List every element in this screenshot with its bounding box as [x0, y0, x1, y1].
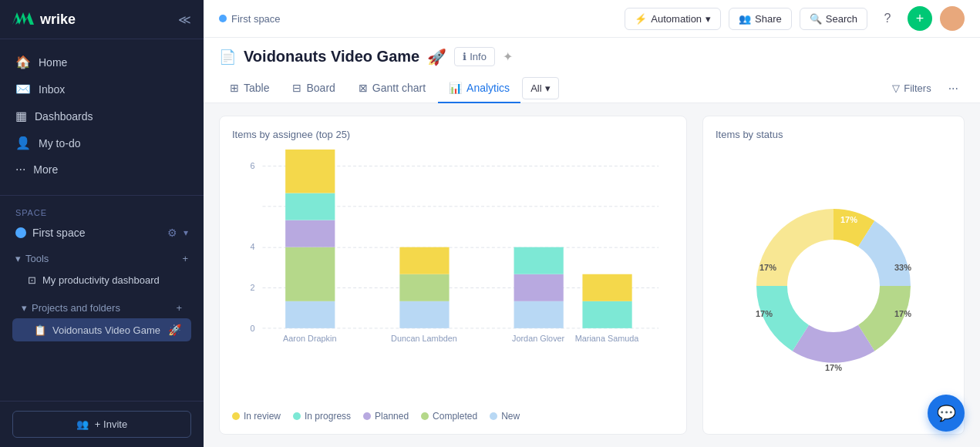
filter-icon: ▽ [892, 82, 900, 94]
more-tab-button[interactable]: ··· [942, 77, 965, 100]
bar-chart-title: Items by assignee (top 25) [232, 129, 674, 140]
more-icon: ··· [15, 163, 25, 176]
invite-label: + Invite [95, 418, 127, 430]
active-project-item[interactable]: 📋 Voidonauts Video Game 🚀 [12, 318, 191, 341]
chat-bubble-button[interactable]: 💬 [928, 395, 965, 432]
sidebar: wrike ≪ 🏠 Home ✉️ Inbox ▦ Dashboards 👤 M… [0, 0, 204, 447]
all-button[interactable]: All ▾ [522, 77, 558, 99]
sidebar-item-label: My to-do [39, 137, 80, 150]
chat-icon: 💬 [937, 404, 956, 422]
tab-board[interactable]: ⊟ Board [281, 74, 345, 103]
info-label: Info [470, 51, 487, 62]
in-review-dot [232, 412, 240, 420]
svg-point-34 [789, 241, 878, 331]
bar-chart-svg: 6 4 2 0 [232, 150, 674, 365]
tabs-bar: ⊞ Table ⊟ Board ⊠ Gantt chart 📊 Analytic… [204, 74, 980, 103]
add-icon: + [916, 11, 924, 27]
search-label: Search [826, 13, 857, 25]
avatar[interactable] [940, 6, 965, 31]
legend-in-progress: In progress [293, 411, 351, 422]
tab-table[interactable]: ⊞ Table [219, 74, 280, 103]
info-button[interactable]: ℹ Info [454, 47, 495, 66]
first-space-item[interactable]: First space ⚙ ▾ [6, 220, 197, 245]
sidebar-item-my-todo[interactable]: 👤 My to-do [6, 129, 197, 156]
search-icon: 🔍 [810, 13, 822, 25]
svg-rect-25 [582, 301, 631, 328]
filters-button[interactable]: ▽ Filters [883, 78, 940, 99]
svg-text:6: 6 [251, 161, 255, 170]
topbar-actions: ⚡ Automation ▾ 👥 Share 🔍 Search ? + [625, 6, 965, 31]
space-chevron-icon: ▾ [184, 227, 188, 238]
home-icon: 🏠 [15, 55, 31, 69]
tools-section: ▾ Tools + ⊡ My productivity dashboard [0, 245, 204, 294]
projects-header-left: ▾ Projects and folders [22, 302, 120, 314]
legend-planned: Planned [363, 411, 409, 422]
filters-label: Filters [904, 82, 931, 94]
completed-dot [421, 412, 429, 420]
completed-label: Completed [433, 411, 477, 422]
sidebar-item-home[interactable]: 🏠 Home [6, 49, 197, 76]
tools-header[interactable]: ▾ Tools + [6, 248, 197, 269]
svg-rect-15 [285, 150, 335, 193]
tools-add-button[interactable]: + [182, 253, 188, 264]
projects-add-button[interactable]: + [176, 302, 182, 314]
in-progress-dot [293, 412, 301, 420]
page-title-row: 📄 Voidonauts Video Game 🚀 ℹ Info ✦ [219, 47, 965, 66]
productivity-dashboard-item[interactable]: ⊡ My productivity dashboard [6, 269, 197, 291]
space-gear-icon[interactable]: ⚙ [167, 227, 177, 239]
share-label: Share [755, 13, 782, 25]
bar-chart-area: 6 4 2 0 [232, 150, 674, 398]
charts-area: Items by assignee (top 25) 6 4 2 0 [204, 103, 980, 447]
invite-icon: 👥 [76, 418, 89, 430]
svg-text:Aaron Drapkin: Aaron Drapkin [283, 334, 336, 343]
collapse-button[interactable]: ≪ [178, 12, 191, 27]
sidebar-item-label: More [33, 163, 58, 176]
more-icon: ··· [948, 82, 958, 95]
invite-button[interactable]: 👥 + Invite [12, 411, 191, 438]
all-chevron-icon: ▾ [545, 82, 551, 94]
automation-label: Automation [651, 13, 702, 25]
planned-label: Planned [375, 411, 409, 422]
space-section-label: Space [0, 199, 204, 220]
sidebar-item-dashboards[interactable]: ▦ Dashboards [6, 103, 197, 129]
bar-chart-legend: In review In progress Planned Completed … [232, 405, 674, 422]
sidebar-item-label: Dashboards [35, 110, 93, 123]
tab-label: Gantt chart [372, 82, 426, 94]
svg-text:2: 2 [251, 283, 255, 292]
projects-header[interactable]: ▾ Projects and folders + [12, 297, 191, 318]
help-button[interactable]: ? [875, 6, 900, 31]
pin-button[interactable]: ✦ [503, 49, 513, 64]
inbox-icon: ✉️ [15, 82, 31, 96]
svg-text:Duncan Lambden: Duncan Lambden [391, 334, 457, 343]
tab-analytics[interactable]: 📊 Analytics [438, 74, 520, 103]
legend-new: New [490, 411, 520, 422]
svg-rect-22 [514, 274, 564, 301]
sidebar-item-inbox[interactable]: ✉️ Inbox [6, 76, 197, 103]
analytics-icon: 📊 [449, 82, 462, 94]
dashboard-icon: ⊡ [28, 274, 36, 286]
sidebar-item-more[interactable]: ··· More [6, 156, 197, 183]
info-icon: ℹ [463, 51, 466, 62]
bar-chart-card: Items by assignee (top 25) 6 4 2 0 [219, 116, 687, 435]
rocket-icon: 🚀 [168, 324, 181, 336]
search-button[interactable]: 🔍 Search [800, 8, 867, 30]
sidebar-header: wrike ≪ [0, 0, 204, 39]
gantt-icon: ⊠ [359, 82, 368, 94]
svg-text:Jordan Glover: Jordan Glover [512, 334, 565, 343]
dashboards-icon: ▦ [15, 109, 27, 123]
tab-gantt[interactable]: ⊠ Gantt chart [348, 74, 436, 103]
add-button[interactable]: + [908, 6, 932, 31]
page-header: 📄 Voidonauts Video Game 🚀 ℹ Info ✦ [204, 38, 980, 74]
new-label: New [501, 411, 520, 422]
share-button[interactable]: 👥 Share [729, 8, 792, 30]
automation-button[interactable]: ⚡ Automation ▾ [625, 8, 721, 30]
nav-list: 🏠 Home ✉️ Inbox ▦ Dashboards 👤 My to-do … [0, 39, 204, 192]
logo: wrike [12, 11, 76, 28]
all-label: All [530, 82, 541, 94]
projects-section: ▾ Projects and folders + 📋 Voidonauts Vi… [0, 294, 204, 344]
svg-rect-26 [582, 274, 631, 301]
breadcrumb-dot-icon [219, 15, 227, 22]
rocket-title-icon: 🚀 [427, 48, 446, 66]
svg-rect-12 [285, 247, 335, 301]
donut-chart-card: Items by status 17% 33% [702, 116, 965, 435]
